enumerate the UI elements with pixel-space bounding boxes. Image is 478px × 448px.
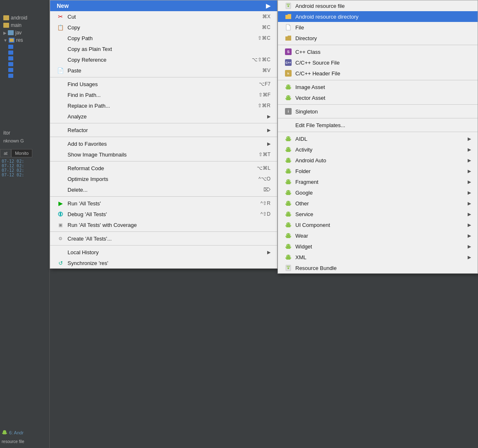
cpp-header-icon: h bbox=[285, 70, 292, 77]
submenu-item-other[interactable]: Other ▶ bbox=[278, 198, 478, 209]
menu-item-coverage[interactable]: ▣ Run 'All Tests' with Coverage bbox=[50, 219, 277, 230]
submenu-item-aidl[interactable]: AIDL ▶ bbox=[278, 133, 478, 144]
svg-point-88 bbox=[287, 245, 288, 246]
menu-item-cut[interactable]: ✂ Cut ⌘X bbox=[50, 11, 277, 22]
menu-item-find-usages[interactable]: Find Usages ⌥F7 bbox=[50, 79, 277, 89]
folder-icon bbox=[3, 15, 9, 20]
svg-point-83 bbox=[289, 234, 290, 235]
submenu-arrow-android-auto: ▶ bbox=[468, 158, 471, 163]
submenu-item-cpp-header[interactable]: h C/C++ Header File bbox=[278, 68, 478, 79]
submenu-item-resource-bundle[interactable]: Resource Bundle bbox=[278, 263, 478, 273]
submenu-item-xml[interactable]: XML ▶ bbox=[278, 252, 478, 263]
resource-file-label: resource file bbox=[2, 439, 24, 444]
sidebar-item-main[interactable]: main bbox=[0, 22, 49, 29]
sidebar-item-label: res bbox=[16, 37, 23, 43]
svg-rect-10 bbox=[285, 15, 291, 19]
sidebar-subitem-1[interactable] bbox=[0, 44, 49, 50]
submenu-item-wear[interactable]: Wear ▶ bbox=[278, 230, 478, 241]
tab-monito[interactable]: Monito bbox=[11, 149, 32, 157]
menu-item-find-path[interactable]: Find in Path... ⇧⌘F bbox=[50, 89, 277, 100]
menu-item-local-history[interactable]: Local History ▶ bbox=[50, 247, 277, 258]
submenu-item-folder[interactable]: Folder ▶ bbox=[278, 166, 478, 176]
sync-icon: ↺ bbox=[57, 259, 64, 267]
menu-item-analyze[interactable]: Analyze ▶ bbox=[50, 111, 277, 122]
menu-item-favorites[interactable]: Add to Favorites ▶ bbox=[50, 138, 277, 149]
menu-item-copy-ref[interactable]: Copy Reference ⌥⇧⌘C bbox=[50, 54, 277, 65]
menu-item-refactor[interactable]: Refactor ▶ bbox=[50, 125, 277, 135]
sidebar-subitem-6[interactable] bbox=[0, 73, 49, 79]
submenu-item-fragment[interactable]: Fragment ▶ bbox=[278, 176, 478, 187]
android-label: 6: Andr bbox=[9, 430, 24, 435]
submenu-item-google[interactable]: Google ▶ bbox=[278, 187, 478, 198]
submenu-arrow-folder: ▶ bbox=[468, 169, 471, 174]
svg-rect-73 bbox=[286, 225, 290, 227]
svg-rect-67 bbox=[286, 214, 290, 217]
sidebar-subitem-2[interactable] bbox=[0, 50, 49, 55]
menu-item-delete[interactable]: Delete... ⌦ bbox=[50, 184, 277, 195]
submenu-item-widget[interactable]: Widget ▶ bbox=[278, 241, 478, 252]
submenu-item-singleton[interactable]: i Singleton bbox=[278, 106, 478, 117]
submenu-label-android-res-file: Android resource file bbox=[295, 3, 345, 9]
menu-item-copy-path[interactable]: Copy Path ⇧⌘C bbox=[50, 33, 277, 43]
sidebar-item-res[interactable]: ▼ res bbox=[0, 36, 49, 44]
menu-item-optimize[interactable]: Optimize Imports ^⌥O bbox=[50, 173, 277, 184]
sidebar-item-android[interactable]: android bbox=[0, 14, 49, 22]
shortcut-find-usages: ⌥F7 bbox=[246, 81, 270, 87]
menu-item-debug[interactable]: Debug 'All Tests' ^⇧D bbox=[50, 209, 277, 219]
tab-at[interactable]: at bbox=[0, 149, 11, 157]
menu-item-paste[interactable]: 📄 Paste ⌘V bbox=[50, 65, 277, 76]
svg-point-59 bbox=[289, 191, 290, 192]
android-icon-auto bbox=[285, 157, 292, 164]
android-icon-xml bbox=[285, 253, 292, 261]
svg-point-29 bbox=[289, 137, 290, 138]
submenu-item-file[interactable]: File bbox=[278, 22, 478, 33]
menu-item-reformat[interactable]: Reformat Code ⌥⌘L bbox=[50, 163, 277, 173]
submenu-label-widget: Widget bbox=[295, 243, 312, 250]
submenu-arrow-widget: ▶ bbox=[468, 244, 471, 249]
submenu-label-other: Other bbox=[295, 200, 309, 207]
no-icon-10 bbox=[57, 151, 64, 158]
submenu-item-edit-templates[interactable]: Edit File Templates... bbox=[278, 120, 478, 130]
sidebar-subitem-3[interactable] bbox=[0, 55, 49, 61]
svg-point-82 bbox=[287, 234, 288, 235]
submenu-item-service[interactable]: Service ▶ bbox=[278, 209, 478, 219]
svg-point-17 bbox=[289, 85, 290, 86]
submenu-label-service: Service bbox=[295, 211, 313, 217]
no-icon-6 bbox=[57, 102, 64, 109]
submenu-item-android-auto[interactable]: Android Auto ▶ bbox=[278, 155, 478, 166]
submenu-arrow-service: ▶ bbox=[468, 212, 471, 217]
menu-item-create[interactable]: ⚙ Create 'All Tests'... bbox=[50, 233, 277, 244]
svg-point-23 bbox=[289, 96, 290, 97]
submenu-item-cpp-class[interactable]: S C++ Class bbox=[278, 46, 478, 57]
submenu-item-android-res-file[interactable]: Android resource file bbox=[278, 0, 478, 11]
android-badge[interactable]: 6: Andr bbox=[2, 430, 24, 436]
menu-label-coverage: Run 'All Tests' with Coverage bbox=[68, 222, 137, 228]
submenu-item-directory[interactable]: Directory bbox=[278, 33, 478, 43]
shortcut-debug: ^⇧D bbox=[248, 211, 270, 217]
menu-item-run[interactable]: ▶ Run 'All Tests' ^⇧R bbox=[50, 198, 277, 209]
folder-icon-blue-small bbox=[8, 62, 13, 66]
menu-item-replace-path[interactable]: Replace in Path... ⇧⌘R bbox=[50, 100, 277, 111]
sidebar-subitem-5[interactable] bbox=[0, 67, 49, 73]
menu-item-sync[interactable]: ↺ Synchronize 'res' bbox=[50, 258, 277, 268]
submenu-item-vector-asset[interactable]: Vector Asset bbox=[278, 92, 478, 103]
submenu-label-file: File bbox=[295, 24, 304, 31]
separator-2 bbox=[50, 123, 277, 123]
sidebar-subitem-4[interactable] bbox=[0, 61, 49, 67]
menu-item-copy-plain[interactable]: Copy as Plain Text bbox=[50, 43, 277, 54]
menu-item-copy[interactable]: 📋 Copy ⌘C bbox=[50, 22, 277, 33]
submenu-label-image-asset: Image Asset bbox=[295, 84, 325, 90]
svg-rect-1 bbox=[3, 432, 6, 434]
submenu-item-activity[interactable]: Activity ▶ bbox=[278, 144, 478, 155]
submenu-item-ui-component[interactable]: UI Component ▶ bbox=[278, 219, 478, 230]
log-line-1: 07-12 02: bbox=[2, 159, 48, 164]
separator-5 bbox=[50, 196, 277, 197]
submenu-item-cpp-source[interactable]: C++ C/C++ Source File bbox=[278, 57, 478, 68]
shortcut-run: ^⇧R bbox=[248, 200, 270, 206]
log-area: 07-12 02: 07-12 02: 07-12 02: 07-12 02: bbox=[0, 157, 49, 179]
menu-label-run: Run 'All Tests' bbox=[68, 200, 101, 207]
submenu-item-android-res-dir[interactable]: Android resource directory bbox=[278, 11, 478, 22]
sidebar-item-java[interactable]: ▶ jav bbox=[0, 29, 49, 36]
submenu-item-image-asset[interactable]: Image Asset bbox=[278, 82, 478, 92]
menu-item-thumbnails[interactable]: Show Image Thumbnails ⇧⌘T bbox=[50, 149, 277, 160]
